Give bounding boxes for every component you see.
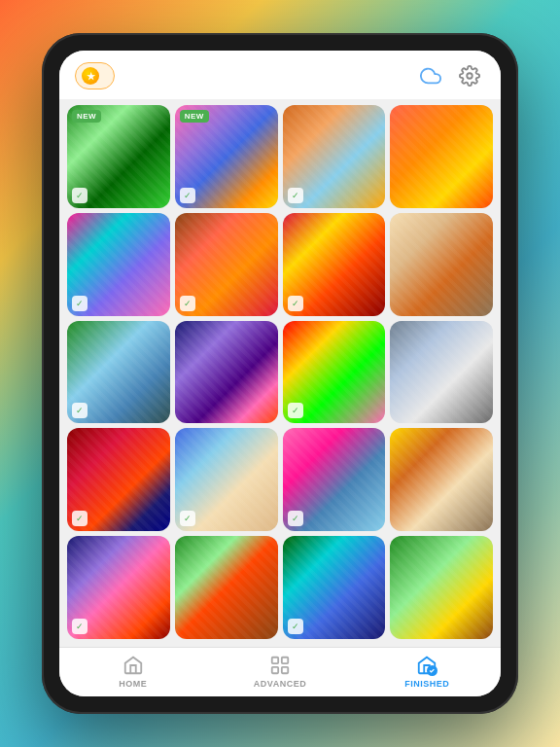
check-badge: ✓	[180, 296, 195, 311]
check-badge: ✓	[72, 619, 88, 634]
check-badge: ✓	[288, 188, 303, 203]
svg-rect-3	[272, 667, 278, 673]
gallery-item-7[interactable]: ✓	[283, 213, 386, 316]
tab-finished[interactable]: FINISHED	[354, 654, 501, 689]
gallery-item-13[interactable]: ✓	[67, 428, 170, 531]
gallery-item-12[interactable]	[390, 321, 493, 424]
gallery-item-15[interactable]: ✓	[283, 428, 386, 531]
check-badge: ✓	[72, 511, 88, 526]
svg-rect-1	[272, 658, 278, 663]
header-actions	[415, 60, 485, 91]
gallery-item-11[interactable]: ✓	[283, 321, 386, 424]
tab-advanced[interactable]: ADVANCED	[206, 654, 353, 689]
tab-bar: HOME ADVANCED FINISHED	[59, 647, 501, 696]
gallery-item-5[interactable]: ✓	[67, 213, 170, 316]
svg-rect-4	[282, 667, 288, 673]
gallery-item-8[interactable]	[390, 213, 493, 316]
screen: ★	[59, 51, 501, 696]
gallery-item-10[interactable]	[175, 321, 278, 424]
home-tab-icon	[122, 654, 145, 677]
check-badge: ✓	[288, 619, 303, 634]
gallery-grid-area: NEW✓NEW✓✓✓✓✓✓✓✓✓✓✓✓	[59, 99, 501, 647]
header: ★	[59, 51, 501, 99]
advanced-tab-icon	[268, 654, 292, 677]
svg-point-0	[467, 73, 472, 79]
advanced-tab-label: ADVANCED	[254, 679, 306, 689]
new-badge: NEW	[180, 110, 209, 123]
gallery-item-20[interactable]	[390, 536, 493, 639]
gallery-item-9[interactable]: ✓	[67, 321, 170, 424]
check-badge: ✓	[72, 403, 88, 418]
check-badge: ✓	[180, 188, 195, 203]
home-tab-label: HOME	[119, 679, 147, 689]
gallery-item-3[interactable]: ✓	[283, 105, 386, 208]
check-badge: ✓	[72, 188, 88, 203]
gallery-item-2[interactable]: NEW✓	[175, 105, 278, 208]
gallery-item-18[interactable]	[175, 536, 278, 639]
svg-rect-2	[282, 658, 288, 663]
gallery-item-4[interactable]	[390, 105, 493, 208]
gallery-item-16[interactable]	[390, 428, 493, 531]
settings-button[interactable]	[454, 60, 485, 91]
check-badge: ✓	[72, 296, 88, 311]
coins-display[interactable]: ★	[75, 62, 115, 89]
gallery-item-1[interactable]: NEW✓	[67, 105, 170, 208]
check-badge: ✓	[180, 511, 195, 526]
gallery-item-19[interactable]: ✓	[283, 536, 386, 639]
finished-tab-label: FINISHED	[404, 679, 449, 689]
device-frame: ★	[42, 33, 518, 714]
finished-tab-icon	[415, 654, 438, 677]
new-badge: NEW	[72, 110, 101, 123]
cloud-sync-button[interactable]	[415, 60, 446, 91]
check-badge: ✓	[288, 296, 303, 311]
tab-home[interactable]: HOME	[59, 654, 206, 689]
check-badge: ✓	[288, 511, 303, 526]
check-badge: ✓	[288, 403, 303, 418]
coin-icon: ★	[82, 67, 99, 85]
gallery-item-14[interactable]: ✓	[175, 428, 278, 531]
gallery-item-17[interactable]: ✓	[67, 536, 170, 639]
gallery-grid: NEW✓NEW✓✓✓✓✓✓✓✓✓✓✓✓	[67, 105, 493, 639]
gallery-item-6[interactable]: ✓	[175, 213, 278, 316]
